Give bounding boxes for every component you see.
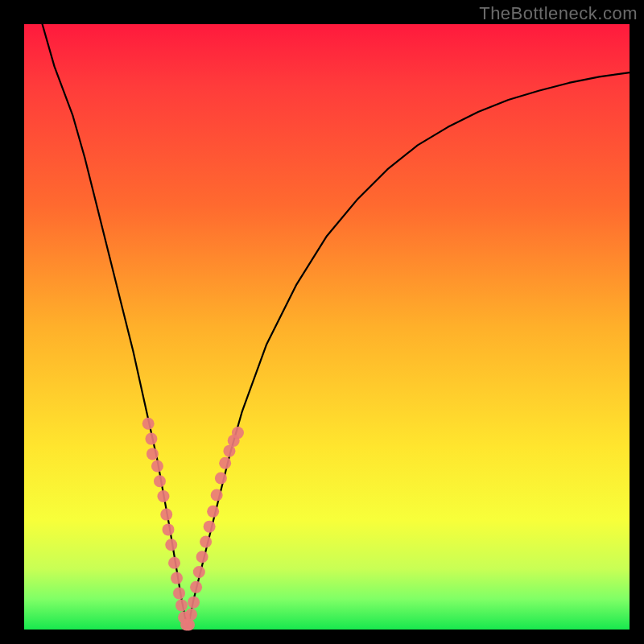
data-point bbox=[200, 535, 212, 547]
data-point bbox=[193, 566, 205, 578]
data-point bbox=[151, 460, 163, 472]
data-point bbox=[219, 457, 231, 469]
data-point bbox=[157, 490, 169, 502]
data-point bbox=[223, 445, 235, 457]
data-point bbox=[207, 506, 219, 518]
data-point bbox=[173, 587, 185, 599]
data-point bbox=[154, 475, 166, 487]
data-point bbox=[160, 509, 172, 521]
data-point bbox=[215, 473, 227, 485]
data-point bbox=[185, 609, 197, 621]
data-point bbox=[147, 448, 159, 460]
data-point bbox=[142, 418, 155, 430]
data-point bbox=[190, 581, 202, 593]
data-point bbox=[188, 597, 200, 609]
data-points-left bbox=[142, 418, 192, 631]
chart-frame: TheBottleneck.com bbox=[0, 0, 644, 644]
data-point bbox=[196, 551, 208, 563]
chart-svg bbox=[24, 24, 630, 630]
data-point bbox=[168, 557, 180, 569]
plot-area bbox=[24, 24, 630, 630]
data-point bbox=[145, 433, 157, 445]
data-point bbox=[165, 539, 177, 551]
bottleneck-curve bbox=[43, 24, 630, 630]
data-point bbox=[204, 521, 216, 533]
data-point bbox=[171, 572, 183, 584]
data-point bbox=[211, 489, 223, 502]
data-point bbox=[175, 599, 188, 611]
data-point bbox=[183, 618, 195, 630]
watermark-text: TheBottleneck.com bbox=[479, 3, 638, 24]
data-point bbox=[162, 523, 174, 535]
data-points-right bbox=[183, 427, 244, 630]
data-point bbox=[232, 427, 244, 439]
